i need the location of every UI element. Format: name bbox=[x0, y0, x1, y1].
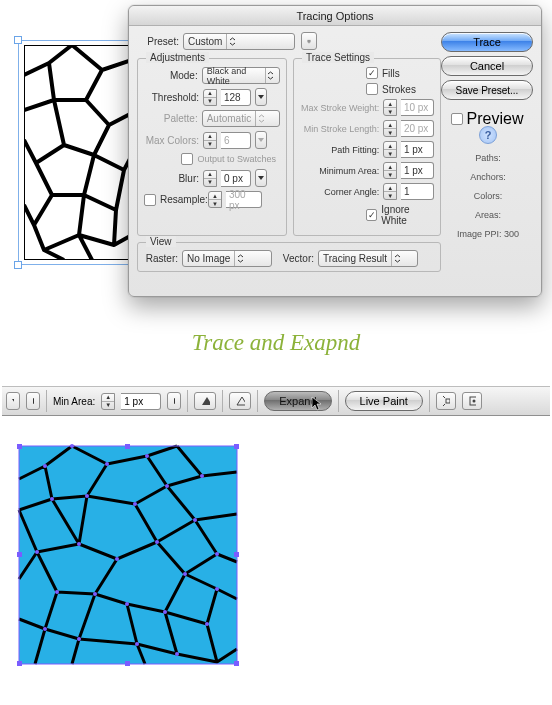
corner-angle-field[interactable]: 1 bbox=[401, 183, 434, 200]
maxcolors-field: 6 bbox=[221, 132, 251, 149]
output-swatches-checkbox bbox=[181, 153, 193, 165]
min-area-label: Minimum Area: bbox=[300, 166, 379, 176]
info-paths: Paths: bbox=[445, 153, 531, 163]
svg-point-41 bbox=[135, 642, 139, 646]
threshold-field[interactable]: 128 bbox=[221, 89, 251, 106]
cancel-button[interactable]: Cancel bbox=[441, 56, 533, 76]
svg-rect-16 bbox=[234, 661, 239, 666]
path-fitting-field[interactable]: 1 px bbox=[401, 141, 434, 158]
ignore-white-checkbox[interactable]: ✓ bbox=[366, 209, 377, 221]
corner-angle-stepper[interactable]: ▲▼ bbox=[383, 183, 397, 200]
svg-rect-10 bbox=[125, 444, 130, 449]
threshold-slider-button[interactable] bbox=[255, 88, 267, 106]
toolbar-dropdown-button[interactable] bbox=[6, 392, 20, 410]
toolbar-min-area-stepper[interactable]: ▲▼ bbox=[101, 393, 115, 410]
fills-checkbox[interactable]: ✓ bbox=[366, 67, 378, 79]
svg-rect-15 bbox=[125, 661, 130, 666]
voronoi-black-white bbox=[24, 45, 132, 260]
vector-label: Vector: bbox=[276, 253, 314, 264]
maxcolors-slider-button bbox=[255, 131, 267, 149]
svg-point-40 bbox=[77, 637, 81, 641]
vector-select[interactable]: Tracing Result bbox=[318, 250, 418, 267]
chevron-updown-icon bbox=[234, 251, 246, 266]
min-stroke-length-field: 20 px bbox=[401, 120, 434, 137]
preview-checkbox[interactable] bbox=[451, 113, 463, 125]
svg-point-6 bbox=[472, 400, 475, 403]
resample-label: Resample: bbox=[160, 194, 204, 205]
raster-select[interactable]: No Image bbox=[182, 250, 272, 267]
help-icon[interactable]: ? bbox=[479, 126, 497, 144]
svg-point-17 bbox=[43, 464, 47, 468]
chevron-updown-icon bbox=[265, 68, 275, 83]
trace-button[interactable]: Trace bbox=[441, 32, 533, 52]
min-area-field[interactable]: 1 px bbox=[401, 162, 434, 179]
path-fitting-label: Path Fitting: bbox=[300, 145, 379, 155]
fill-result-button[interactable] bbox=[194, 392, 216, 410]
palette-label: Palette: bbox=[144, 113, 198, 124]
svg-point-21 bbox=[105, 462, 109, 466]
edit-contents-button[interactable] bbox=[462, 392, 482, 410]
control-bar: Min Area: ▲▼ 1 px Expand Live Paint bbox=[2, 386, 550, 416]
svg-point-37 bbox=[205, 622, 209, 626]
preset-select[interactable]: Custom bbox=[183, 33, 295, 50]
svg-rect-13 bbox=[234, 552, 239, 557]
fills-label: Fills bbox=[382, 68, 400, 79]
outline-result-button[interactable] bbox=[229, 392, 251, 410]
svg-point-34 bbox=[55, 590, 59, 594]
svg-rect-11 bbox=[234, 444, 239, 449]
toolbar-min-area-field[interactable]: 1 px bbox=[121, 393, 161, 410]
svg-point-24 bbox=[200, 474, 204, 478]
svg-point-28 bbox=[155, 540, 159, 544]
info-panel: ? Paths: Anchors: Colors: Areas: Image P… bbox=[445, 126, 531, 239]
max-stroke-weight-field: 10 px bbox=[401, 99, 434, 116]
svg-point-22 bbox=[145, 454, 149, 458]
min-stroke-length-label: Min Stroke Length: bbox=[300, 124, 379, 134]
mode-select[interactable]: Black and White bbox=[202, 67, 280, 84]
svg-point-25 bbox=[133, 502, 137, 506]
resample-field: 300 px bbox=[226, 191, 262, 208]
expanded-artwork bbox=[17, 444, 239, 666]
output-swatches-label: Output to Swatches bbox=[197, 154, 276, 164]
svg-point-26 bbox=[193, 518, 197, 522]
adjustments-group: Adjustments Mode: Black and White Thresh… bbox=[137, 58, 287, 236]
strokes-checkbox[interactable] bbox=[366, 83, 378, 95]
max-stroke-weight-stepper: ▲▼ bbox=[383, 99, 397, 116]
svg-point-32 bbox=[215, 552, 219, 556]
info-ppi: Image PPI: 300 bbox=[445, 229, 531, 239]
ignore-white-label: Ignore White bbox=[381, 204, 434, 226]
blur-slider-button[interactable] bbox=[255, 169, 267, 187]
toolbar-play-button[interactable] bbox=[26, 392, 40, 410]
path-fitting-stepper[interactable]: ▲▼ bbox=[383, 141, 397, 158]
svg-point-38 bbox=[215, 587, 219, 591]
svg-rect-9 bbox=[17, 444, 22, 449]
info-areas: Areas: bbox=[445, 210, 531, 220]
live-paint-button[interactable]: Live Paint bbox=[345, 391, 423, 411]
info-colors: Colors: bbox=[445, 191, 531, 201]
svg-point-20 bbox=[85, 494, 89, 498]
save-preset-button[interactable]: Save Preset... bbox=[441, 80, 533, 100]
trace-settings-group: Trace Settings ✓Fills Strokes Max Stroke… bbox=[293, 58, 441, 236]
svg-point-31 bbox=[183, 572, 187, 576]
tutorial-caption: Trace and Exapnd bbox=[0, 330, 552, 356]
min-area-stepper[interactable]: ▲▼ bbox=[383, 162, 397, 179]
svg-point-23 bbox=[165, 484, 169, 488]
blur-field[interactable]: 0 px bbox=[221, 170, 251, 187]
expand-button[interactable]: Expand bbox=[264, 391, 331, 411]
svg-point-30 bbox=[115, 557, 119, 561]
toolbar-min-area-slider[interactable] bbox=[167, 392, 181, 410]
palette-select: Automatic bbox=[202, 110, 280, 127]
blur-stepper[interactable]: ▲▼ bbox=[203, 170, 217, 187]
svg-point-27 bbox=[77, 542, 81, 546]
isolate-button[interactable] bbox=[436, 392, 456, 410]
svg-rect-14 bbox=[17, 661, 22, 666]
svg-point-29 bbox=[35, 550, 39, 554]
preset-menu-button[interactable] bbox=[301, 32, 317, 50]
raster-label: Raster: bbox=[144, 253, 178, 264]
svg-point-18 bbox=[70, 444, 74, 448]
strokes-label: Strokes bbox=[382, 84, 416, 95]
resample-checkbox[interactable] bbox=[144, 194, 156, 206]
threshold-stepper[interactable]: ▲▼ bbox=[203, 89, 217, 106]
view-group: View Raster: No Image Vector: Tracing Re… bbox=[137, 242, 441, 272]
tracing-options-dialog: Tracing Options Preset: Custom Adjustmen… bbox=[128, 5, 542, 297]
chevron-updown-icon bbox=[391, 251, 403, 266]
